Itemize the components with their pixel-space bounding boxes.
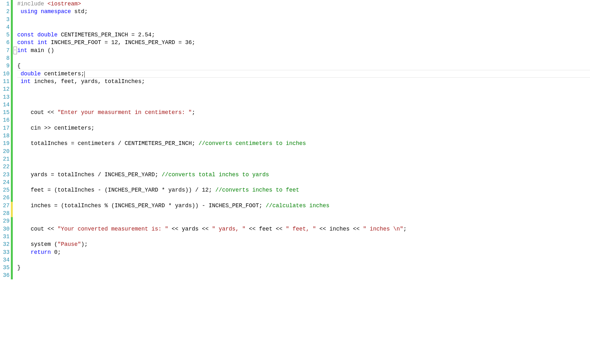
tok-ident-token: feet <box>31 187 44 193</box>
code-line[interactable] <box>17 271 590 279</box>
gutter: 1234567891011121314151617181920212223242… <box>0 0 17 279</box>
tok-ident-token: totalInches <box>31 140 68 147</box>
tok-op-token: ; <box>403 226 407 232</box>
code-line[interactable] <box>17 132 590 140</box>
fold-cell <box>13 233 17 240</box>
code-line[interactable] <box>17 54 590 62</box>
tok-op-token: ; <box>91 125 95 131</box>
fold-cell <box>13 132 17 140</box>
line-number: 35 <box>0 264 10 271</box>
line-number: 9 <box>0 62 10 70</box>
tok-comment-token: //converts inches to feet <box>215 187 299 193</box>
tok-keyword-token: using <box>17 8 37 15</box>
code-line[interactable] <box>17 178 590 186</box>
tok-number-token: 0 <box>54 249 58 255</box>
plain-token <box>17 171 31 178</box>
code-line[interactable] <box>17 23 590 31</box>
tok-keyword-token: double <box>37 32 58 38</box>
code-line[interactable] <box>17 217 590 225</box>
line-number: 18 <box>0 132 10 140</box>
tok-op-token <box>51 249 54 255</box>
tok-keyword-token: const <box>17 32 34 38</box>
tok-op-token: ; <box>81 71 85 77</box>
line-number: 8 <box>0 54 10 62</box>
code-line[interactable]: int main () <box>17 47 590 54</box>
line-number: 21 <box>0 155 10 163</box>
tok-op-token: )) - <box>192 202 209 209</box>
tok-op-token: ); <box>81 241 88 247</box>
code-line[interactable]: { <box>17 62 590 70</box>
code-line[interactable] <box>17 209 590 217</box>
tok-ident-token: yards <box>168 187 185 193</box>
tok-number-token: 2.54 <box>138 32 151 38</box>
code-line[interactable] <box>17 93 590 101</box>
tok-ident-token: INCHES_PER_YARD <box>108 187 159 193</box>
code-line[interactable] <box>17 256 590 264</box>
code-line[interactable]: using namespace std; <box>17 8 590 15</box>
code-line[interactable] <box>17 194 590 201</box>
code-area[interactable]: #include <iostream> using namespace std;… <box>17 0 590 279</box>
code-line[interactable] <box>17 101 590 109</box>
code-line[interactable] <box>17 116 590 124</box>
plain-token <box>17 125 31 131</box>
line-number: 1 <box>0 0 10 8</box>
tok-string-token: " inches \n" <box>363 226 403 232</box>
tok-comment-token: //converts centimeters to inches <box>198 140 306 147</box>
tok-keyword-token: namespace <box>37 8 71 15</box>
line-number: 22 <box>0 163 10 171</box>
fold-cell <box>13 109 17 116</box>
fold-cell: − <box>13 47 17 54</box>
code-line[interactable]: system ("Pause"); <box>17 240 590 248</box>
fold-toggle-icon[interactable]: − <box>13 47 17 54</box>
code-line[interactable] <box>17 155 590 163</box>
fold-cell <box>13 202 17 209</box>
tok-keyword-token: int <box>37 39 48 46</box>
tok-op-token: ; <box>192 39 195 46</box>
tok-op-token: { <box>17 63 21 69</box>
tok-preproc-token: #include <box>17 1 48 7</box>
line-number: 13 <box>0 93 10 101</box>
fold-cell <box>13 124 17 132</box>
code-line[interactable] <box>17 148 590 155</box>
tok-ident-token: yards <box>81 78 98 85</box>
line-number: 15 <box>0 109 10 116</box>
tok-ident-token: INCHES_PER_FOOT <box>48 39 101 46</box>
fold-cell <box>13 70 17 78</box>
line-number: 7 <box>0 47 10 54</box>
text-cursor <box>84 71 85 78</box>
line-number: 20 <box>0 148 10 155</box>
line-number: 34 <box>0 256 10 264</box>
line-number: 11 <box>0 78 10 85</box>
line-number: 2 <box>0 8 10 15</box>
tok-op-token: >> <box>41 125 54 131</box>
tok-ident-token: totalInches <box>64 202 101 209</box>
code-line[interactable]: feet = (totalInches - (INCHES_PER_YARD *… <box>17 186 590 194</box>
code-line[interactable]: inches = (totalInches % (INCHES_PER_YARD… <box>17 202 590 209</box>
tok-op-token: , <box>74 78 81 85</box>
code-line[interactable]: const int INCHES_PER_FOOT = 12, INCHES_P… <box>17 39 590 46</box>
code-line[interactable]: double centimeters; <box>17 70 590 78</box>
code-line[interactable]: cout << "Enter your measurment in centim… <box>17 109 590 116</box>
code-line[interactable] <box>17 233 590 240</box>
code-line[interactable]: cout << "Your converted measurement is: … <box>17 225 590 233</box>
code-line[interactable]: cin >> centimeters; <box>17 124 590 132</box>
code-line[interactable]: } <box>17 264 590 271</box>
tok-op-token: << <box>44 109 58 116</box>
code-line[interactable]: const double CENTIMETERS_PER_INCH = 2.54… <box>17 31 590 39</box>
plain-token <box>17 249 31 255</box>
tok-op-token: << <box>168 226 182 232</box>
code-line[interactable]: int inches, feet, yards, totalInches; <box>17 78 590 85</box>
code-line[interactable]: yards = totalInches / INCHES_PER_YARD; /… <box>17 171 590 178</box>
code-line[interactable] <box>17 85 590 93</box>
code-editor[interactable]: 1234567891011121314151617181920212223242… <box>0 0 590 279</box>
code-line[interactable]: #include <iostream> <box>17 0 590 8</box>
code-line[interactable]: return 0; <box>17 248 590 256</box>
tok-op-token: = <box>68 140 78 147</box>
plain-token <box>17 109 31 116</box>
fold-cell <box>13 62 17 70</box>
code-line[interactable]: totalInches = centimeters / CENTIMETERS_… <box>17 140 590 147</box>
code-line[interactable] <box>17 163 590 171</box>
tok-op-token: << <box>316 226 330 232</box>
tok-string-token: "Your converted measurement is: " <box>58 226 168 232</box>
code-line[interactable] <box>17 16 590 23</box>
